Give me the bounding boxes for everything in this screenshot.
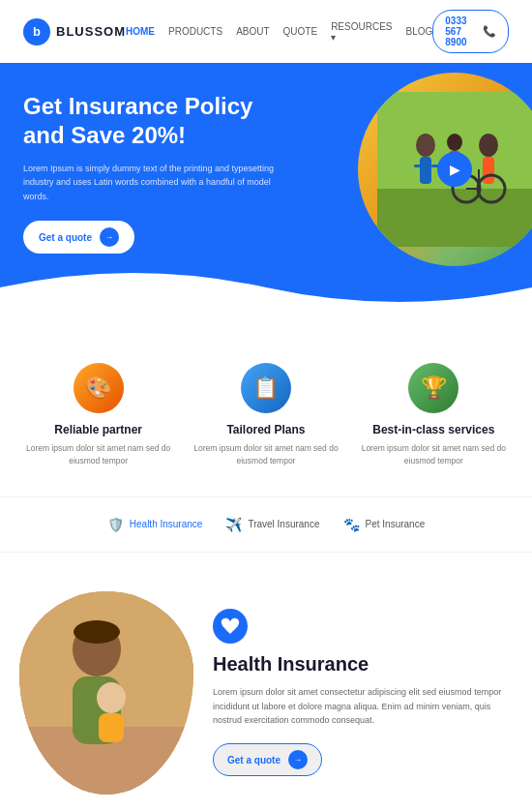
health-arrow-icon: →	[288, 750, 308, 769]
features-section: 🎨 Reliable partner Lorem ipsum dolor sit…	[0, 315, 532, 496]
health-tab-icon: 🛡️	[107, 517, 124, 532]
nav-blog[interactable]: BLOG	[406, 26, 433, 37]
nav-home[interactable]: HOME	[126, 26, 155, 37]
health-content: Health Insurance Lorem ipsum dolor sit a…	[213, 609, 513, 777]
feature-tailored-desc: Lorem ipsum dolor sit amet nam sed do ei…	[189, 442, 343, 467]
logo-text: BLUSSOM	[56, 24, 126, 39]
features-grid: 🎨 Reliable partner Lorem ipsum dolor sit…	[19, 363, 513, 467]
svg-point-2	[416, 134, 435, 157]
health-image	[19, 591, 193, 795]
pet-tab-icon: 🐾	[343, 517, 360, 532]
hero-wave	[0, 258, 532, 315]
phone-icon: 📞	[483, 25, 496, 38]
phone-button[interactable]: 0333 567 8900 📞	[432, 10, 509, 53]
hero-cta-button[interactable]: Get a quote →	[23, 221, 134, 254]
feature-bestclass-desc: Lorem ipsum dolor sit amet nam sed do ei…	[356, 442, 511, 467]
arrow-icon: →	[100, 227, 119, 247]
svg-point-6	[447, 134, 462, 151]
reliable-icon: 🎨	[74, 363, 124, 413]
logo-icon: b	[23, 18, 50, 45]
svg-point-18	[97, 682, 126, 713]
health-tab-label: Health Insurance	[130, 519, 203, 529]
nav-quote[interactable]: QUOTE	[283, 26, 318, 37]
hero-title: Get Insurance Policy and Save 20%!	[23, 92, 275, 150]
tailored-icon: 📋	[241, 363, 291, 413]
pet-tab-label: Pet Insurance	[366, 519, 426, 529]
phone-number: 0333 567 8900	[445, 15, 477, 47]
svg-point-8	[479, 134, 498, 157]
header: b BLUSSOM HOME PRODUCTS ABOUT QUOTE RESO…	[0, 0, 532, 63]
svg-point-20	[74, 620, 120, 644]
feature-bestclass-title: Best-in-class services	[356, 423, 511, 436]
play-button[interactable]: ▶	[437, 152, 472, 187]
hero-image: ▶	[358, 73, 532, 266]
svg-rect-3	[420, 157, 431, 184]
hero-section: Get Insurance Policy and Save 20%! Lorem…	[0, 63, 532, 315]
feature-reliable-desc: Lorem ipsum dolor sit amet nam sed do ei…	[21, 442, 176, 467]
main-nav: HOME PRODUCTS ABOUT QUOTE RESOURCES ▾ BL…	[126, 21, 432, 43]
hero-description: Lorem Ipsum is simply dummy text of the …	[23, 162, 275, 203]
health-image-placeholder	[19, 591, 193, 795]
feature-bestclass: 🏆 Best-in-class services Lorem ipsum dol…	[356, 363, 511, 467]
svg-rect-19	[99, 713, 124, 742]
health-heart-icon	[213, 609, 248, 644]
tab-pet-insurance[interactable]: 🐾 Pet Insurance	[343, 517, 426, 532]
bestclass-icon: 🏆	[408, 363, 458, 413]
health-title: Health Insurance	[213, 653, 513, 676]
tab-health-insurance[interactable]: 🛡️ Health Insurance	[107, 517, 203, 532]
svg-rect-9	[483, 157, 494, 184]
health-section: Health Insurance Lorem ipsum dolor sit a…	[0, 553, 532, 812]
nav-products[interactable]: PRODUCTS	[168, 26, 222, 37]
travel-tab-icon: ✈️	[225, 517, 242, 532]
hero-content: Get Insurance Policy and Save 20%! Lorem…	[23, 92, 275, 254]
feature-reliable: 🎨 Reliable partner Lorem ipsum dolor sit…	[21, 363, 176, 467]
feature-tailored-title: Tailored Plans	[189, 423, 343, 436]
health-description: Lorem ipsum dolor sit amet consectetur a…	[213, 685, 513, 729]
feature-tailored: 📋 Tailored Plans Lorem ipsum dolor sit a…	[189, 363, 343, 467]
tab-travel-insurance[interactable]: ✈️ Travel Insurance	[225, 517, 319, 532]
health-cta-button[interactable]: Get a quote →	[213, 743, 322, 776]
svg-rect-4	[414, 165, 422, 167]
feature-reliable-title: Reliable partner	[21, 423, 176, 436]
nav-about[interactable]: ABOUT	[236, 26, 269, 37]
nav-resources[interactable]: RESOURCES ▾	[331, 21, 392, 43]
insurance-tabs: 🛡️ Health Insurance ✈️ Travel Insurance …	[0, 496, 532, 553]
logo[interactable]: b BLUSSOM	[23, 18, 126, 45]
travel-tab-label: Travel Insurance	[248, 519, 319, 529]
